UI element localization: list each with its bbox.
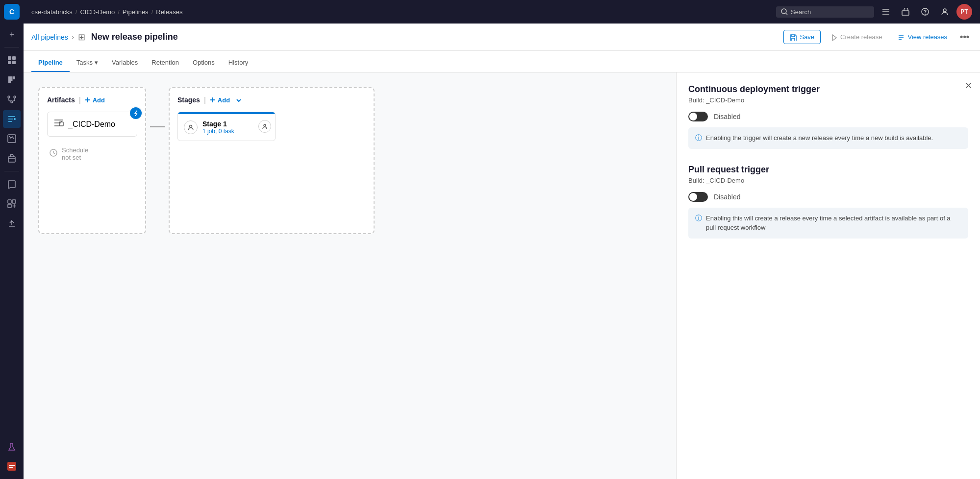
- add-stage-dropdown[interactable]: [236, 97, 241, 102]
- add-artifact-button[interactable]: Add: [85, 96, 105, 104]
- svg-rect-21: [59, 122, 63, 126]
- boards-icon[interactable]: [3, 71, 21, 89]
- svg-point-24: [264, 124, 266, 126]
- cd-trigger-build: Build: _CICD-Demo: [688, 96, 968, 104]
- tab-retention[interactable]: Retention: [145, 54, 186, 72]
- stage-meta: 1 job, 0 task: [202, 128, 234, 135]
- stage-card[interactable]: Stage 1 1 job, 0 task: [177, 112, 276, 141]
- breadcrumb-chevron: ›: [72, 34, 74, 41]
- artifacts-header: Artifacts | Add: [47, 96, 137, 104]
- tab-tasks[interactable]: Tasks ▾: [70, 54, 105, 72]
- right-panel: ✕ Continuous deployment trigger Build: _…: [676, 72, 980, 479]
- repos-icon[interactable]: [3, 91, 21, 108]
- stage-approver-icon: [184, 120, 198, 134]
- more-actions-button[interactable]: •••: [957, 29, 972, 45]
- tab-variables[interactable]: Variables: [105, 54, 145, 72]
- overview-icon[interactable]: [3, 51, 21, 69]
- tab-pipeline[interactable]: Pipeline: [31, 54, 70, 72]
- svg-rect-10: [8, 200, 11, 203]
- user-icon[interactable]: [937, 4, 953, 20]
- stages-section: Stages | Add: [169, 87, 375, 234]
- stages-label: Stages: [177, 96, 200, 104]
- lab-icon[interactable]: [3, 438, 21, 455]
- stages-header: Stages | Add: [177, 96, 366, 104]
- artifact-type-icon: [53, 118, 64, 130]
- search-box[interactable]: Search: [776, 6, 874, 18]
- main-content: cse-databricks / CICD-Demo / Pipelines /…: [24, 0, 980, 479]
- svg-point-19: [925, 14, 926, 15]
- tab-bar: Pipeline Tasks ▾ Variables Retention Opt…: [24, 51, 980, 72]
- artifacts-sep: |: [79, 96, 81, 104]
- avatar[interactable]: PT: [956, 4, 972, 20]
- search-label: Search: [791, 8, 811, 16]
- breadcrumb-org[interactable]: cse-databricks: [31, 8, 73, 16]
- page-title: New release pipeline: [91, 32, 178, 42]
- svg-rect-12: [8, 204, 11, 208]
- svg-point-23: [190, 125, 192, 128]
- search-icon: [781, 8, 788, 15]
- schedule-label: Schedulenot set: [62, 146, 88, 161]
- svg-rect-0: [8, 56, 11, 60]
- package-icon[interactable]: [898, 4, 913, 20]
- sidebar-logo[interactable]: C: [4, 4, 20, 20]
- artifacts-icon[interactable]: [3, 149, 21, 167]
- pr-toggle[interactable]: [688, 192, 708, 202]
- feedback-icon[interactable]: [3, 457, 21, 475]
- help-icon[interactable]: [917, 4, 933, 20]
- save-button[interactable]: Save: [783, 30, 821, 44]
- pr-info-box: ⓘ Enabling this will create a release ev…: [688, 208, 968, 239]
- breadcrumb-pipelines[interactable]: Pipelines: [123, 8, 149, 16]
- svg-rect-9: [8, 157, 15, 162]
- artifact-card[interactable]: _CICD-Demo: [47, 112, 137, 137]
- list-icon[interactable]: [878, 4, 894, 20]
- svg-rect-2: [8, 61, 11, 64]
- tab-history[interactable]: History: [222, 54, 255, 72]
- panel-close-button[interactable]: ✕: [965, 80, 972, 91]
- lightning-icon: [133, 110, 139, 116]
- add-stage-button[interactable]: Add: [210, 96, 230, 104]
- svg-rect-17: [902, 11, 909, 15]
- stage-body: Stage 1 1 job, 0 task: [178, 114, 275, 141]
- create-release-button[interactable]: Create release: [825, 30, 888, 44]
- sidebar-divider: [4, 47, 19, 48]
- pr-trigger-title: Pull request trigger: [688, 165, 968, 175]
- pr-toggle-label: Disabled: [714, 193, 740, 201]
- breadcrumb-releases[interactable]: Releases: [156, 8, 182, 16]
- cd-info-text: Enabling the trigger will create a new r…: [706, 133, 933, 143]
- pr-info-text: Enabling this will create a release ever…: [706, 214, 961, 233]
- trigger-badge: [129, 106, 143, 120]
- all-pipelines-link[interactable]: All pipelines: [31, 33, 68, 41]
- breadcrumb-sep1: /: [75, 8, 77, 16]
- cd-toggle-label: Disabled: [714, 113, 740, 120]
- breadcrumb-sep2: /: [118, 8, 120, 16]
- cd-toggle[interactable]: [688, 112, 708, 121]
- cd-info-icon: ⓘ: [695, 134, 702, 143]
- breadcrumb: cse-databricks / CICD-Demo / Pipelines /…: [31, 8, 182, 16]
- svg-rect-13: [7, 462, 16, 471]
- pipeline-row: Artifacts | Add _: [38, 87, 661, 234]
- cd-trigger-section: Continuous deployment trigger Build: _CI…: [688, 84, 968, 149]
- add-icon[interactable]: ＋: [3, 25, 21, 43]
- content-breadcrumb: All pipelines › ⊞ New release pipeline: [31, 32, 178, 43]
- sidebar: C ＋: [0, 0, 24, 479]
- cd-toggle-row: Disabled: [688, 112, 968, 121]
- testplans-icon[interactable]: [3, 130, 21, 147]
- deploy-icon[interactable]: [3, 215, 21, 232]
- connector: [146, 126, 169, 127]
- svg-rect-15: [9, 467, 13, 468]
- schedule-icon: [49, 148, 58, 159]
- view-releases-button[interactable]: View releases: [892, 30, 953, 44]
- cd-info-box: ⓘ Enabling the trigger will create a new…: [688, 127, 968, 149]
- svg-rect-14: [9, 465, 15, 466]
- pipeline-canvas[interactable]: Artifacts | Add _: [24, 72, 676, 479]
- pipelines-icon[interactable]: [3, 110, 21, 128]
- wiki-icon[interactable]: [3, 175, 21, 193]
- breadcrumb-project[interactable]: CICD-Demo: [80, 8, 115, 16]
- schedule-item: Schedulenot set: [47, 143, 137, 165]
- tab-options[interactable]: Options: [186, 54, 222, 72]
- extensions-icon[interactable]: [3, 195, 21, 213]
- releases-icon: [898, 34, 905, 41]
- artifacts-section: Artifacts | Add _: [38, 87, 146, 234]
- artifact-name: _CICD-Demo: [68, 120, 115, 129]
- pr-trigger-section: Pull request trigger Build: _CICD-Demo D…: [688, 165, 968, 239]
